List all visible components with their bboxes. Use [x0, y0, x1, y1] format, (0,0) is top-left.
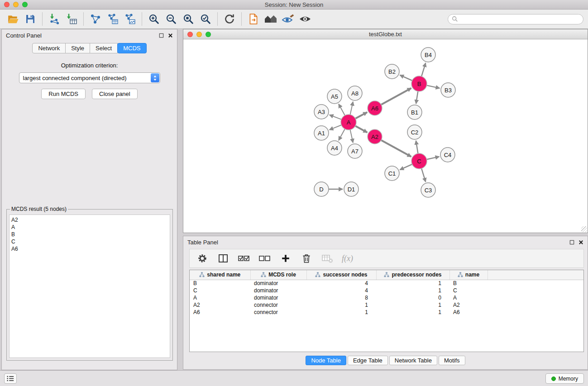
table-row[interactable]: Adominator80A — [190, 294, 583, 301]
graph-node-C4[interactable]: C4 — [440, 148, 455, 162]
tab-mcds[interactable]: MCDS — [117, 43, 146, 53]
graph-node-D1[interactable]: D1 — [344, 182, 359, 196]
open-session-button[interactable] — [5, 11, 22, 27]
graph-edge-A2-C[interactable] — [381, 140, 411, 157]
graph-node-C3[interactable]: C3 — [421, 183, 435, 197]
close-panel-button[interactable]: Close panel — [92, 89, 138, 99]
graph-edge-A-A3[interactable] — [330, 115, 341, 119]
delete-table-button[interactable] — [319, 251, 335, 266]
graph-edge-C-C3[interactable] — [421, 168, 425, 182]
zoom-in-button[interactable] — [145, 11, 163, 27]
mcds-result-list[interactable]: A2ABCA6 — [9, 214, 170, 358]
graph-node-B3[interactable]: B3 — [441, 83, 455, 97]
graph-edge-A-A7[interactable] — [350, 130, 353, 143]
graph-node-C1[interactable]: C1 — [385, 166, 399, 181]
mcds-result-item[interactable]: A6 — [11, 245, 168, 253]
graph-node-A2[interactable]: A2 — [368, 129, 382, 144]
tab-network-table[interactable]: Network Table — [389, 356, 437, 365]
graph-node-B[interactable]: B — [411, 76, 427, 91]
import-network-file-button[interactable] — [46, 11, 63, 27]
graph-edge-B-B4[interactable] — [421, 63, 425, 76]
close-panel-icon[interactable] — [578, 240, 583, 245]
refresh-view-button[interactable] — [221, 11, 238, 27]
minimize-window-button[interactable] — [13, 2, 19, 7]
mcds-result-item[interactable]: C — [11, 238, 168, 245]
graph-node-B4[interactable]: B4 — [421, 48, 435, 62]
graph-edge-A6-B[interactable] — [381, 88, 411, 105]
tab-network[interactable]: Network — [32, 43, 66, 53]
column-header-MCDS-role[interactable]: MCDS role — [250, 270, 306, 280]
graph-node-A6[interactable]: A6 — [368, 101, 382, 115]
resize-grip[interactable] — [581, 226, 587, 232]
network-graph[interactable]: B4B2BB3A5A8A6A3B1AA1C2A2A4A7C4CC1C3DD1 — [183, 39, 588, 233]
graph-node-A5[interactable]: A5 — [327, 89, 342, 104]
column-header-name[interactable]: name — [449, 270, 488, 280]
column-header-successor-nodes[interactable]: successor nodes — [306, 270, 376, 280]
tab-select[interactable]: Select — [90, 43, 118, 53]
graph-edge-A-A2[interactable] — [355, 126, 368, 133]
first-neighbors-button[interactable] — [262, 11, 279, 27]
style-preview-button[interactable] — [279, 11, 296, 27]
graph-edge-B-B3[interactable] — [427, 86, 440, 88]
graph-node-D[interactable]: D — [314, 182, 329, 196]
table-row[interactable]: Cdominator41C — [190, 287, 583, 294]
search-box[interactable] — [448, 14, 583, 24]
graph-node-A3[interactable]: A3 — [314, 105, 329, 119]
network-window-titlebar[interactable]: testGlobe.txt — [183, 29, 588, 39]
graph-edge-B-B1[interactable] — [416, 91, 418, 104]
close-window-button[interactable] — [4, 2, 10, 7]
graph-node-C[interactable]: C — [411, 153, 427, 169]
node-table-container[interactable]: shared nameMCDS rolesuccessor nodesprede… — [189, 270, 584, 352]
zoom-fit-button[interactable] — [180, 11, 197, 27]
network-minimize-button[interactable] — [196, 32, 202, 37]
show-graphics-button[interactable] — [296, 11, 314, 27]
graph-edge-A-A1[interactable] — [330, 125, 342, 130]
network-table-button[interactable] — [104, 11, 121, 27]
tab-edge-table[interactable]: Edge Table — [348, 356, 388, 365]
network-canvas[interactable]: B4B2BB3A5A8A6A3B1AA1C2A2A4A7C4CC1C3DD1 — [183, 39, 588, 233]
delete-row-button[interactable] — [298, 251, 315, 266]
graph-node-A7[interactable]: A7 — [348, 144, 362, 158]
tab-node-table[interactable]: Node Table — [306, 356, 346, 365]
column-header-shared-name[interactable]: shared name — [190, 270, 250, 280]
tab-style[interactable]: Style — [65, 43, 90, 53]
network-zoom-button[interactable] — [206, 32, 211, 37]
network-close-button[interactable] — [187, 32, 193, 37]
add-row-button[interactable] — [277, 251, 294, 266]
save-session-button[interactable] — [22, 11, 39, 27]
graph-node-B2[interactable]: B2 — [385, 64, 399, 79]
deselect-all-button[interactable] — [257, 251, 273, 266]
close-panel-icon[interactable] — [168, 33, 173, 38]
tab-motifs[interactable]: Motifs — [439, 356, 465, 365]
graph-node-A1[interactable]: A1 — [314, 126, 329, 140]
export-image-button[interactable] — [121, 11, 139, 27]
run-mcds-button[interactable]: Run MCDS — [41, 89, 86, 99]
mcds-result-item[interactable]: B — [11, 231, 168, 238]
mcds-result-item[interactable]: A — [11, 224, 168, 231]
graph-edge-A-A6[interactable] — [355, 112, 367, 119]
float-panel-icon[interactable] — [159, 33, 164, 38]
new-network-button[interactable] — [87, 11, 104, 27]
table-row[interactable]: A2connector11A2 — [190, 301, 583, 309]
column-header-predecessor-nodes[interactable]: predecessor nodes — [376, 270, 449, 280]
table-settings-button[interactable] — [194, 251, 210, 266]
float-panel-icon[interactable] — [569, 240, 574, 245]
mcds-result-item[interactable]: A2 — [11, 216, 168, 224]
graph-node-B1[interactable]: B1 — [407, 105, 422, 119]
column-visibility-button[interactable] — [215, 251, 231, 266]
graph-edge-B-B2[interactable] — [400, 75, 412, 81]
memory-button[interactable]: Memory — [545, 373, 584, 384]
graph-edge-C-C2[interactable] — [416, 141, 418, 153]
select-all-button[interactable] — [236, 251, 252, 266]
graph-edge-C-C4[interactable] — [427, 157, 440, 159]
import-table-file-button[interactable] — [63, 11, 80, 27]
app-titlebar[interactable]: Session: New Session — [0, 0, 588, 10]
graph-edge-C-C1[interactable] — [400, 164, 412, 170]
graph-node-A4[interactable]: A4 — [327, 141, 342, 155]
table-row[interactable]: Bdominator41B — [190, 280, 583, 287]
function-builder-button[interactable]: f(x) — [340, 254, 353, 263]
search-input[interactable] — [460, 16, 579, 22]
fullscreen-window-button[interactable] — [22, 2, 28, 7]
graph-edge-A-A8[interactable] — [350, 102, 353, 115]
graph-node-A8[interactable]: A8 — [348, 86, 362, 100]
